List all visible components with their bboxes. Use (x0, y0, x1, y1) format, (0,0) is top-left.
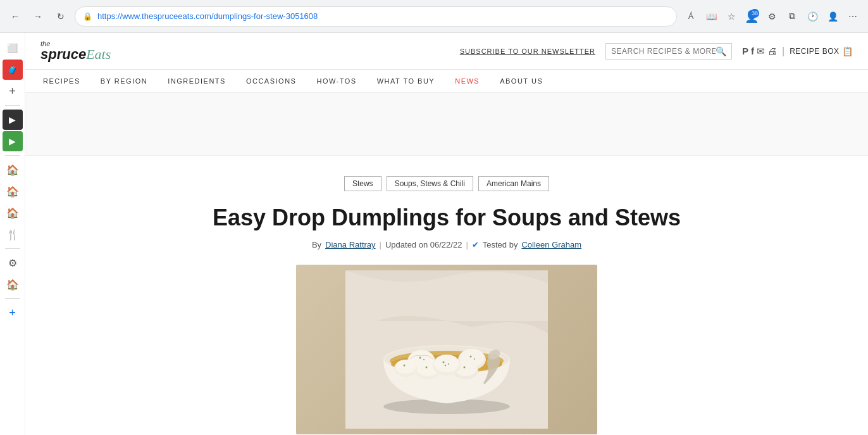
search-input[interactable] (611, 47, 716, 56)
bowl-illustration (345, 270, 548, 429)
article-area: Stews Soups, Stews & Chili American Main… (175, 156, 719, 435)
recipe-box-icon: 📋 (842, 46, 853, 56)
nav-by-region[interactable]: BY REGION (98, 70, 150, 92)
refresh-button[interactable]: ↻ (52, 8, 70, 25)
header-actions: P f ✉ 🖨 | RECIPE BOX 📋 (742, 46, 853, 57)
sidebar-plus-button[interactable]: + (3, 303, 23, 323)
sidebar-tab-button[interactable]: ⬜ (3, 38, 23, 58)
svg-point-27 (464, 367, 466, 369)
nav-recipes[interactable]: RECIPES (40, 70, 83, 92)
sidebar-divider-2 (5, 155, 20, 156)
pinterest-icon[interactable]: P (742, 46, 748, 56)
sidebar-home1-button[interactable]: 🏠 (3, 160, 23, 180)
forward-button[interactable]: → (29, 8, 47, 25)
search-icon: 🔍 (716, 46, 726, 56)
svg-point-25 (474, 358, 475, 360)
read-aloud-button[interactable]: Á (682, 8, 700, 25)
browser-toolbar-right: Á 📖 ☆ 👤 38 ⚙ ⧉ 🕐 👤 ⋯ (682, 8, 862, 25)
email-icon[interactable]: ✉ (757, 46, 765, 57)
svg-point-28 (404, 365, 406, 367)
print-icon[interactable]: 🖨 (767, 46, 777, 56)
updated-date: Updated on 06/22/22 (385, 240, 462, 249)
svg-point-16 (434, 355, 459, 372)
sidebar-gear-button[interactable]: ⚙ (3, 253, 23, 273)
tester-name-link[interactable]: Colleen Graham (521, 240, 581, 249)
hero-image (296, 265, 597, 434)
history-button[interactable]: 🕐 (803, 8, 821, 25)
by-label: By (312, 240, 321, 249)
site-nav: RECIPES BY REGION INGREDIENTS OCCASIONS … (25, 70, 868, 92)
breadcrumb-tags: Stews Soups, Stews & Chili American Main… (190, 176, 704, 191)
author-separator: | (380, 240, 381, 249)
author-line: By Diana Rattray | Updated on 06/22/22 |… (190, 240, 704, 249)
collections-button[interactable]: ⧉ (783, 8, 801, 25)
svg-point-22 (419, 357, 421, 359)
site-logo[interactable]: the spruce Eats (40, 41, 111, 61)
nav-news[interactable]: NEWS (452, 70, 482, 92)
back-button[interactable]: ← (6, 8, 24, 25)
extensions-button[interactable]: ⚙ (763, 8, 781, 25)
address-bar[interactable]: 🔒 https://www.thespruceeats.com/dumpling… (75, 6, 677, 27)
favorites-button[interactable]: ☆ (722, 8, 740, 25)
nav-how-tos[interactable]: HOW-TOS (314, 70, 359, 92)
svg-point-26 (426, 367, 428, 369)
tag-stews[interactable]: Stews (344, 176, 381, 191)
site-header: the spruce Eats SUBSCRIBE TO OUR NEWSLET… (25, 33, 868, 70)
notification-badge: 38 (750, 9, 759, 18)
article-title: Easy Drop Dumplings for Soups and Stews (190, 204, 704, 231)
main-content: the spruce Eats SUBSCRIBE TO OUR NEWSLET… (25, 33, 868, 435)
hero-image-bg (296, 265, 597, 434)
svg-point-24 (470, 356, 472, 358)
sidebar-play-button[interactable]: ▶ (3, 110, 23, 130)
url-text: https://www.thespruceeats.com/dumplings-… (97, 11, 669, 21)
nav-what-to-buy[interactable]: WHAT TO BUY (375, 70, 437, 92)
profile-button[interactable]: 👤 38 (743, 8, 760, 25)
author-separator2: | (466, 240, 468, 249)
sidebar-play2-button[interactable]: ▶ (3, 131, 23, 151)
sidebar-divider-3 (5, 248, 20, 249)
sidebar-home3-button[interactable]: 🏠 (3, 203, 23, 223)
logo-spruce: spruce (40, 47, 86, 61)
lock-icon: 🔒 (83, 12, 92, 21)
sidebar-add-button[interactable]: + (3, 81, 23, 101)
author-name-link[interactable]: Diana Rattray (325, 240, 375, 249)
ad-banner (25, 92, 868, 156)
logo-eats: Eats (86, 47, 111, 61)
sidebar-divider-1 (5, 105, 20, 106)
header-right: SUBSCRIBE TO OUR NEWSLETTER 🔍 P f ✉ 🖨 | … (460, 43, 853, 60)
nav-occasions[interactable]: OCCASIONS (244, 70, 299, 92)
facebook-icon[interactable]: f (751, 46, 754, 56)
sidebar-fork-button[interactable]: 🍴 (3, 224, 23, 244)
svg-point-20 (448, 363, 449, 365)
immersive-reader-button[interactable]: 📖 (702, 8, 720, 25)
search-box[interactable]: 🔍 (605, 43, 732, 60)
tag-soups-stews-chili[interactable]: Soups, Stews & Chili (387, 176, 473, 191)
menu-button[interactable]: ⋯ (844, 8, 862, 25)
sidebar: ⬜ 🧳 + ▶ ▶ 🏠 🏠 🏠 🍴 ⚙ 🏠 + (0, 33, 25, 435)
tested-label: Tested by (483, 240, 518, 249)
sidebar-home2-button[interactable]: 🏠 (3, 181, 23, 201)
svg-point-23 (423, 359, 425, 360)
svg-point-21 (445, 365, 446, 366)
sidebar-home4-button[interactable]: 🏠 (3, 274, 23, 294)
tag-american-mains[interactable]: American Mains (478, 176, 549, 191)
recipe-box-label: RECIPE BOX (790, 47, 839, 56)
sidebar-divider-4 (5, 298, 20, 299)
recipe-box-button[interactable]: RECIPE BOX 📋 (790, 46, 853, 56)
nav-ingredients[interactable]: INGREDIENTS (165, 70, 228, 92)
nav-about-us[interactable]: ABOUT US (497, 70, 545, 92)
sidebar-bag-button[interactable]: 🧳 (3, 60, 23, 80)
account-button[interactable]: 👤 (824, 8, 841, 25)
check-icon: ✔ (472, 240, 479, 249)
svg-point-19 (443, 362, 445, 363)
newsletter-link[interactable]: SUBSCRIBE TO OUR NEWSLETTER (460, 47, 595, 55)
browser-chrome: ← → ↻ 🔒 https://www.thespruceeats.com/du… (0, 0, 868, 33)
